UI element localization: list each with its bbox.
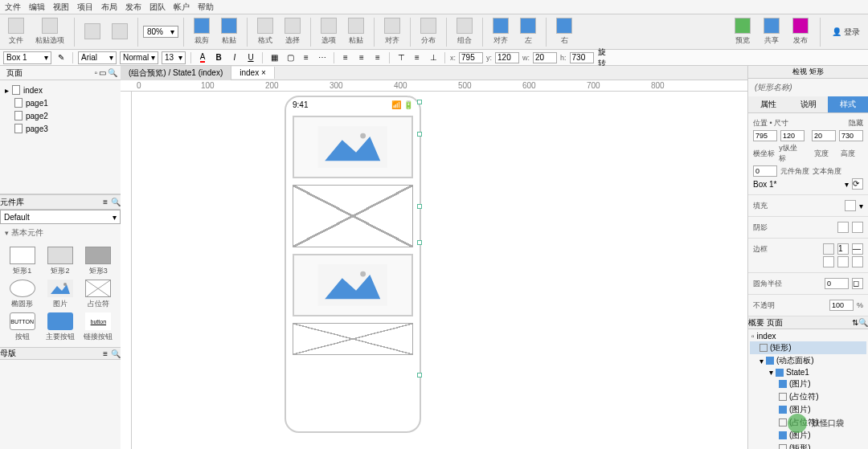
widget-rect1[interactable]: 矩形1 [5,247,39,276]
font-color[interactable]: A [196,51,209,64]
tool-undo[interactable] [80,22,105,43]
border-color-swatch[interactable] [823,243,834,255]
menu-edit[interactable]: 编辑 [29,2,45,13]
bold-button[interactable]: B [212,51,225,64]
insp-w[interactable] [812,130,836,141]
zoom-select[interactable]: 80%▾ [143,26,178,38]
inner-shadow[interactable] [852,222,863,233]
size-select[interactable]: 13▾ [162,51,186,64]
widget-ellipse[interactable]: 椭圆形 [5,280,39,309]
tool-btn-8[interactable]: 组合 [452,16,477,47]
valign-top[interactable]: ⊤ [395,51,407,64]
eyedropper-icon[interactable]: ✎ [55,51,68,64]
tab-properties[interactable]: 属性 [748,96,788,112]
shape-name-select[interactable]: Box 1▾ [3,51,51,64]
tool-btn-11[interactable]: 右 [551,16,577,47]
align-right[interactable]: ≡ [371,51,384,64]
tool-btn-10[interactable]: 左 [515,16,541,47]
border-vis-2[interactable] [837,256,849,267]
ol-rect-sel[interactable]: (矩形) [750,341,866,354]
doc-tab-1[interactable]: index × [231,67,275,79]
underline-button[interactable]: U [244,51,257,64]
canvas-placeholder-1[interactable] [293,185,413,247]
tool-btn-3[interactable]: 选择 [280,16,305,47]
fill-color[interactable]: ▦ [268,51,280,64]
h-input[interactable] [570,52,594,63]
border-width-sel[interactable]: 1 [837,243,849,255]
align-left[interactable]: ≡ [339,51,352,64]
close-tab-icon[interactable]: × [261,68,266,77]
insp-y[interactable] [780,130,805,141]
library-select[interactable]: Default▾ [0,210,121,224]
border-color[interactable]: ▢ [284,51,297,64]
widget-image[interactable]: 图片 [43,280,77,309]
ol-rect-2[interactable]: (矩形) [750,442,866,449]
tool-file[interactable]: 文件 [3,16,29,47]
widget-primary-button[interactable]: 主要按钮 [43,312,77,342]
page-index[interactable]: ▸index [3,84,117,96]
menu-view[interactable]: 视图 [53,2,69,13]
tool-paste-opts[interactable]: 粘贴选项 [31,16,69,47]
valign-mid[interactable]: ≡ [411,51,424,64]
insp-rot[interactable] [753,165,777,177]
menu-project[interactable]: 项目 [77,2,93,13]
widget-rect3[interactable]: 矩形3 [81,247,116,276]
w-input[interactable] [533,52,557,63]
tool-btn-0[interactable]: 裁剪 [189,16,215,47]
tool-redo[interactable] [107,22,133,43]
selection-handles[interactable] [417,100,425,381]
tool-btn-5[interactable]: 粘贴 [343,16,369,47]
font-select[interactable]: Arial▾ [78,51,117,64]
canvas-placeholder-2[interactable] [293,323,413,355]
valign-bot[interactable]: ⊥ [427,51,440,64]
tab-style[interactable]: 样式 [828,96,868,112]
canvas[interactable]: 9:41📶 🔋 [132,92,747,449]
menu-help[interactable]: 帮助 [198,2,214,13]
ol-img-1[interactable]: (图片) [750,378,866,390]
menu-publish[interactable]: 发布 [125,2,141,13]
radius-input[interactable] [825,278,849,289]
preview-button[interactable]: 预览 [730,16,755,47]
ol-index[interactable]: ▫ index [750,331,866,341]
tool-btn-1[interactable]: 粘贴 [216,16,242,47]
widget-button[interactable]: BUTTON按钮 [5,312,39,342]
border-vis-1[interactable] [823,256,834,267]
widget-placeholder[interactable]: 占位符 [81,280,116,309]
canvas-image-2[interactable] [293,254,413,316]
publish-button[interactable]: 发布 [788,16,813,47]
search-icon[interactable]: 🔍 [108,68,117,77]
login-button[interactable]: 👤登录 [827,25,865,39]
tab-notes[interactable]: 说明 [788,96,829,112]
menu-file[interactable]: 文件 [5,2,21,13]
tool-btn-7[interactable]: 分布 [416,16,441,47]
fill-color-swatch[interactable] [845,200,856,211]
ol-state1[interactable]: ▾State1 [750,367,866,378]
x-input[interactable] [459,52,483,63]
ol-ph-1[interactable]: (占位符) [750,390,866,403]
phone-frame[interactable]: 9:41📶 🔋 [285,96,421,433]
tool-btn-2[interactable]: 格式 [252,16,278,47]
radius-corners[interactable]: ◻ [852,278,863,289]
share-button[interactable]: 共享 [759,16,784,47]
page-2[interactable]: page2 [3,109,117,122]
menu-team[interactable]: 团队 [149,2,166,13]
canvas-image-1[interactable] [293,116,413,178]
page-3[interactable]: page3 [3,122,117,135]
tool-btn-6[interactable]: 对齐 [379,16,405,47]
menu-account[interactable]: 帐户 [174,2,190,13]
lib-menu-icon[interactable]: ≡ [103,198,108,206]
insp-x[interactable] [753,130,777,141]
border-style[interactable]: ⋯ [316,51,329,64]
border-style-sel[interactable]: — [852,243,863,255]
widget-link-button[interactable]: button链接按钮 [81,312,116,342]
italic-button[interactable]: I [228,51,241,64]
outer-shadow[interactable] [837,222,849,233]
insp-h[interactable] [839,130,863,141]
ol-dynpanel[interactable]: ▾(动态面板) [750,354,866,367]
opacity-input[interactable] [829,300,854,311]
menu-arrange[interactable]: 布局 [101,2,117,13]
weight-select[interactable]: Normal▾ [120,51,158,64]
pages-tab[interactable]: 页面 [3,66,26,80]
border-width[interactable]: ≡ [300,51,313,64]
style-name[interactable]: Box 1* [753,180,776,189]
